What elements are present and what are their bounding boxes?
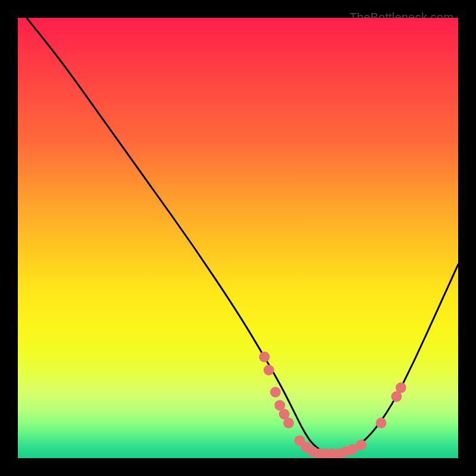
highlight-dot [396,383,406,393]
highlight-dot [259,352,270,362]
plot-area [18,18,458,458]
chart-frame: TheBottleneck.com [10,10,466,466]
bottleneck-curve-path [27,18,458,454]
highlight-dot [264,365,274,375]
highlight-dots-group [259,352,406,458]
highlight-dot [270,387,281,397]
bottleneck-curve-svg [18,18,458,458]
highlight-dot [356,440,367,450]
highlight-dot [376,418,387,428]
highlight-dot [283,418,294,428]
